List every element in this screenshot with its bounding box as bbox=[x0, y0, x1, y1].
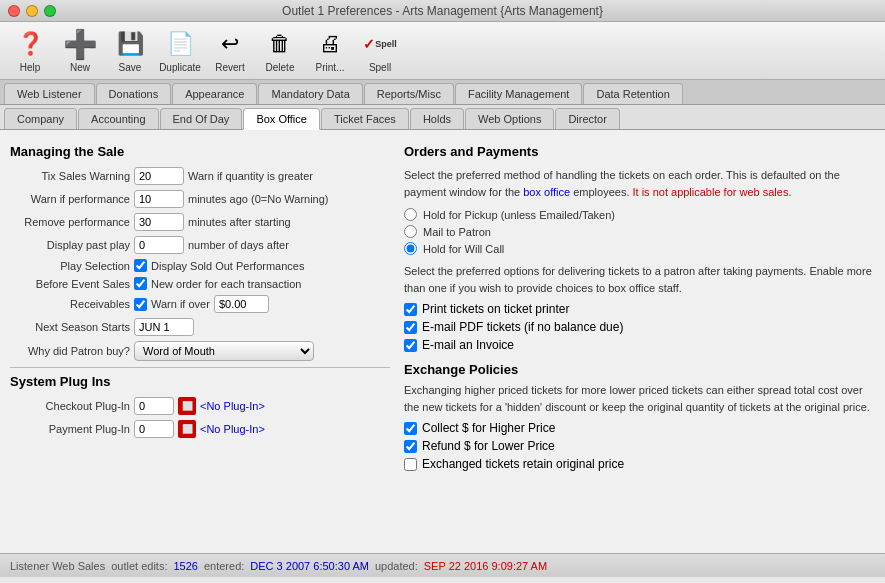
duplicate-button[interactable]: 📄 Duplicate bbox=[158, 28, 202, 73]
receivables-checkbox[interactable] bbox=[134, 298, 147, 311]
display-past-play-note: number of days after bbox=[188, 239, 289, 251]
tab-donations[interactable]: Donations bbox=[96, 83, 172, 104]
display-past-play-input[interactable] bbox=[134, 236, 184, 254]
remove-performance-input[interactable] bbox=[134, 213, 184, 231]
email-invoice-checkbox[interactable] bbox=[404, 339, 417, 352]
mail-patron-row: Mail to Patron bbox=[404, 225, 875, 238]
mail-patron-radio[interactable] bbox=[404, 225, 417, 238]
checkout-plugin-link[interactable]: <No Plug-In> bbox=[200, 400, 265, 412]
tab-web-listener[interactable]: Web Listener bbox=[4, 83, 95, 104]
status-updated-date: SEP 22 2016 9:09:27 AM bbox=[424, 560, 547, 572]
print-tickets-row: Print tickets on ticket printer bbox=[404, 302, 875, 316]
collect-higher-checkbox[interactable] bbox=[404, 422, 417, 435]
why-patron-row: Why did Patron buy? Word of Mouth Intern… bbox=[10, 341, 390, 361]
delivery-checkboxes: Print tickets on ticket printer E-mail P… bbox=[404, 302, 875, 352]
print-tickets-label: Print tickets on ticket printer bbox=[422, 302, 569, 316]
maximize-button[interactable] bbox=[44, 5, 56, 17]
play-selection-label: Play Selection bbox=[10, 260, 130, 272]
exchange-policies-header: Exchange Policies bbox=[404, 362, 875, 377]
print-tickets-checkbox[interactable] bbox=[404, 303, 417, 316]
order-method-radio-group: Hold for Pickup (unless Emailed/Taken) M… bbox=[404, 208, 875, 255]
delete-button[interactable]: 🗑 Delete bbox=[258, 28, 302, 73]
remove-performance-label: Remove performance bbox=[10, 216, 130, 228]
play-selection-row: Play Selection Display Sold Out Performa… bbox=[10, 259, 390, 272]
warn-performance-input[interactable] bbox=[134, 190, 184, 208]
receivables-label: Receivables bbox=[10, 298, 130, 310]
tab-ticket-faces[interactable]: Ticket Faces bbox=[321, 108, 409, 129]
tab-mandatory-data[interactable]: Mandatory Data bbox=[258, 83, 362, 104]
play-selection-checkbox[interactable] bbox=[134, 259, 147, 272]
next-season-input[interactable] bbox=[134, 318, 194, 336]
payment-plugin-icon[interactable]: ⬜ bbox=[178, 420, 196, 438]
warn-performance-label: Warn if performance bbox=[10, 193, 130, 205]
next-season-row: Next Season Starts bbox=[10, 318, 390, 336]
tab-data-retention[interactable]: Data Retention bbox=[583, 83, 682, 104]
tabs-row-1: Web ListenerDonationsAppearanceMandatory… bbox=[0, 80, 885, 105]
play-selection-text: Display Sold Out Performances bbox=[151, 260, 304, 272]
warn-performance-note: minutes ago (0=No Warning) bbox=[188, 193, 329, 205]
orders-desc-text2: employees. bbox=[570, 186, 632, 198]
help-button[interactable]: ❓ Help bbox=[8, 28, 52, 73]
checkout-plugin-label: Checkout Plug-In bbox=[10, 400, 130, 412]
tix-sales-warning-label: Tix Sales Warning bbox=[10, 170, 130, 182]
toolbar: ❓ Help ➕ New 💾 Save 📄 Duplicate ↩ Revert… bbox=[0, 22, 885, 80]
tab-end-of-day[interactable]: End Of Day bbox=[160, 108, 243, 129]
revert-button[interactable]: ↩ Revert bbox=[208, 28, 252, 73]
help-icon: ❓ bbox=[14, 28, 46, 60]
tab-facility-management[interactable]: Facility Management bbox=[455, 83, 583, 104]
tix-sales-warning-input[interactable] bbox=[134, 167, 184, 185]
before-event-text: New order for each transaction bbox=[151, 278, 301, 290]
tab-holds[interactable]: Holds bbox=[410, 108, 464, 129]
email-pdf-checkbox[interactable] bbox=[404, 321, 417, 334]
system-plug-ins-header: System Plug Ins bbox=[10, 374, 390, 389]
tab-appearance[interactable]: Appearance bbox=[172, 83, 257, 104]
payment-plugin-input[interactable] bbox=[134, 420, 174, 438]
retain-original-checkbox[interactable] bbox=[404, 458, 417, 471]
print-button[interactable]: 🖨 Print... bbox=[308, 28, 352, 73]
tab-company[interactable]: Company bbox=[4, 108, 77, 129]
window-title: Outlet 1 Preferences - Arts Management {… bbox=[282, 4, 603, 18]
checkout-plugin-input[interactable] bbox=[134, 397, 174, 415]
payment-plugin-label: Payment Plug-In bbox=[10, 423, 130, 435]
tab-accounting[interactable]: Accounting bbox=[78, 108, 158, 129]
spell-button[interactable]: ✓Spell Spell bbox=[358, 28, 402, 73]
hold-will-call-label: Hold for Will Call bbox=[423, 243, 504, 255]
tab-web-options[interactable]: Web Options bbox=[465, 108, 554, 129]
tix-sales-warning-row: Tix Sales Warning Warn if quantity is gr… bbox=[10, 167, 390, 185]
left-panel: Managing the Sale Tix Sales Warning Warn… bbox=[10, 140, 390, 543]
delete-icon: 🗑 bbox=[264, 28, 296, 60]
tab-reports-misc[interactable]: Reports/Misc bbox=[364, 83, 454, 104]
why-patron-select[interactable]: Word of Mouth Internet Newspaper Radio T… bbox=[134, 341, 314, 361]
hold-pickup-label: Hold for Pickup (unless Emailed/Taken) bbox=[423, 209, 615, 221]
checkout-plugin-icon[interactable]: ⬜ bbox=[178, 397, 196, 415]
orders-payments-header: Orders and Payments bbox=[404, 144, 875, 159]
checkout-plugin-row: Checkout Plug-In ⬜ <No Plug-In> bbox=[10, 397, 390, 415]
tab-box-office[interactable]: Box Office bbox=[243, 108, 320, 130]
close-button[interactable] bbox=[8, 5, 20, 17]
title-bar: Outlet 1 Preferences - Arts Management {… bbox=[0, 0, 885, 22]
print-icon: 🖨 bbox=[314, 28, 346, 60]
orders-desc: Select the preferred method of handling … bbox=[404, 167, 875, 200]
receivables-amount-input[interactable] bbox=[214, 295, 269, 313]
before-event-checkbox[interactable] bbox=[134, 277, 147, 290]
payment-plugin-link[interactable]: <No Plug-In> bbox=[200, 423, 265, 435]
refund-lower-row: Refund $ for Lower Price bbox=[404, 439, 875, 453]
status-entered-date: DEC 3 2007 6:50:30 AM bbox=[250, 560, 369, 572]
status-bar: Listener Web Sales outlet edits: 1526 en… bbox=[0, 553, 885, 577]
mail-patron-label: Mail to Patron bbox=[423, 226, 491, 238]
new-button[interactable]: ➕ New bbox=[58, 28, 102, 73]
tab-director[interactable]: Director bbox=[555, 108, 620, 129]
exchange-checkboxes: Collect $ for Higher Price Refund $ for … bbox=[404, 421, 875, 471]
minimize-button[interactable] bbox=[26, 5, 38, 17]
box-office-link: box office bbox=[523, 186, 570, 198]
email-invoice-row: E-mail an Invoice bbox=[404, 338, 875, 352]
hold-pickup-radio[interactable] bbox=[404, 208, 417, 221]
collect-higher-row: Collect $ for Higher Price bbox=[404, 421, 875, 435]
hold-will-call-radio[interactable] bbox=[404, 242, 417, 255]
save-button[interactable]: 💾 Save bbox=[108, 28, 152, 73]
status-entered-label: entered: bbox=[204, 560, 244, 572]
refund-lower-checkbox[interactable] bbox=[404, 440, 417, 453]
receivables-text: Warn if over bbox=[151, 298, 210, 310]
before-event-row: Before Event Sales New order for each tr… bbox=[10, 277, 390, 290]
deliver-desc: Select the preferred options for deliver… bbox=[404, 263, 875, 296]
